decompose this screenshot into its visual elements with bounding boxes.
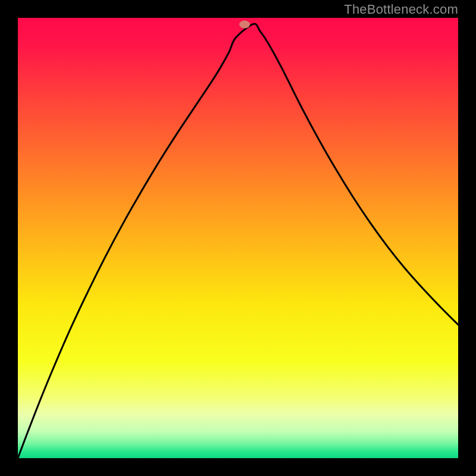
attribution-text: TheBottleneck.com: [344, 2, 458, 17]
optimal-marker: [239, 21, 250, 29]
bottleneck-chart: [18, 18, 458, 458]
gradient-background: [18, 18, 458, 458]
chart-frame: [18, 18, 458, 458]
